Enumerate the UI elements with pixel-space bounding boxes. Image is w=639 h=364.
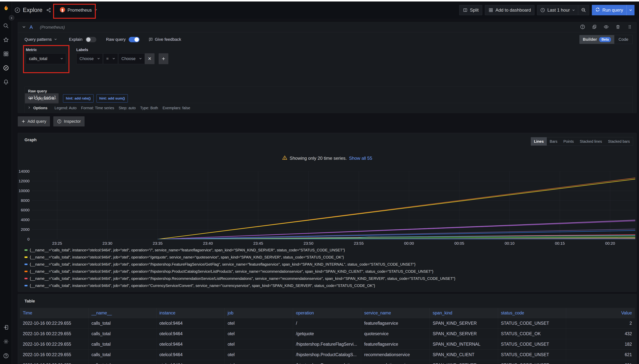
label-operator-select[interactable]: = bbox=[103, 53, 118, 64]
table-cell: STATUS_CODE_UNSET bbox=[498, 350, 566, 360]
column-header-spankind[interactable]: span_kind bbox=[430, 308, 498, 318]
x-axis-label: 23:35 bbox=[149, 241, 166, 246]
sidebar-expand-button[interactable]: › bbox=[8, 14, 15, 21]
table-cell: /getquote bbox=[293, 329, 361, 339]
column-header-name[interactable]: __name__ bbox=[88, 308, 156, 318]
table-cell: / bbox=[293, 318, 361, 328]
editor-mode-switch: Builder Beta Code bbox=[579, 35, 633, 44]
legend-item[interactable]: {__name__="calls_total", instance="otelc… bbox=[24, 261, 632, 268]
time-range-button[interactable]: Last 1 hour bbox=[537, 5, 578, 15]
star-icon[interactable] bbox=[3, 37, 9, 43]
table-panel-title: Table bbox=[24, 299, 35, 304]
graph-mode-bars[interactable]: Bars bbox=[547, 137, 560, 146]
drag-handle-icon[interactable] bbox=[627, 24, 632, 30]
graph-mode-lines[interactable]: Lines bbox=[531, 137, 546, 146]
grafana-logo[interactable] bbox=[2, 4, 10, 13]
table-cell: calls_total bbox=[88, 360, 156, 364]
remove-query-trash-icon[interactable] bbox=[616, 24, 620, 30]
split-columns-icon bbox=[463, 8, 468, 12]
table-row: 2022-10-16 00:22:29.655calls_totalotelco… bbox=[20, 318, 635, 328]
legend-item[interactable]: {__name__="calls_total", instance="otelc… bbox=[24, 268, 632, 275]
builder-tab[interactable]: Builder Beta bbox=[580, 35, 614, 44]
column-header-operation[interactable]: operation bbox=[293, 308, 361, 318]
help-icon[interactable] bbox=[3, 353, 9, 359]
table-row: 2022-10-16 00:22:29.655calls_totalotelco… bbox=[20, 360, 635, 364]
x-icon: ✕ bbox=[148, 56, 152, 61]
explore-compass-icon[interactable] bbox=[3, 65, 9, 71]
legend-swatch bbox=[24, 285, 28, 286]
table-cell: 621 bbox=[566, 350, 635, 360]
bell-icon[interactable] bbox=[3, 79, 9, 85]
prometheus-icon bbox=[60, 7, 65, 13]
legend-item[interactable]: {__name__="calls_total", instance="otelc… bbox=[24, 275, 632, 282]
toggle-visibility-eye-icon[interactable] bbox=[604, 24, 609, 30]
label-key-select[interactable]: Choose bbox=[76, 53, 103, 64]
x-axis: 23:2523:3023:3523:4023:4523:5023:5500:00… bbox=[32, 241, 635, 247]
legend-item[interactable]: {__name__="calls_total", instance="otelc… bbox=[24, 282, 632, 289]
remove-label-filter-button[interactable]: ✕ bbox=[145, 53, 154, 64]
options-summary-item: Exemplars: false bbox=[162, 106, 190, 110]
table-cell: otelcol:9464 bbox=[156, 339, 225, 350]
give-feedback-link[interactable]: Give feedback bbox=[148, 37, 181, 42]
datasource-picker[interactable]: Prometheus bbox=[56, 4, 101, 16]
legend-swatch bbox=[24, 256, 28, 258]
zoom-out-button[interactable] bbox=[578, 5, 589, 15]
run-query-dropdown[interactable] bbox=[626, 5, 634, 15]
add-query-label: Add query bbox=[28, 119, 46, 124]
explain-toggle[interactable] bbox=[86, 37, 96, 42]
raw-query-toggle[interactable] bbox=[129, 37, 140, 42]
legend-label: {__name__="calls_total", instance="otelc… bbox=[30, 262, 416, 266]
legend-item[interactable]: {__name__="calls_total", instance="otelc… bbox=[24, 246, 632, 254]
column-header-job[interactable]: job bbox=[225, 308, 293, 318]
table-header-row: Time__name__instancejoboperationservice_… bbox=[20, 308, 635, 318]
dashboard-grid-icon bbox=[488, 8, 493, 12]
graph-panel: Graph LinesBarsPointsStacked linesStacke… bbox=[18, 133, 636, 292]
label-value-select[interactable]: Choose bbox=[118, 53, 145, 64]
query-help-icon[interactable] bbox=[580, 24, 585, 30]
query-patterns-dropdown[interactable]: Query patterns bbox=[24, 37, 57, 42]
y-axis-label: 8000 bbox=[21, 198, 30, 203]
query-options-row[interactable]: Options Legend: AutoFormat: Time seriesS… bbox=[24, 103, 633, 113]
query-row-header[interactable]: A (Prometheus) bbox=[18, 22, 636, 32]
table-cell: featureflagservice bbox=[361, 339, 430, 350]
legend-item[interactable]: {__name__="calls_total", instance="otelc… bbox=[24, 254, 632, 261]
graph-mode-stacked-lines[interactable]: Stacked lines bbox=[577, 137, 605, 146]
column-header-value[interactable]: Value bbox=[566, 308, 635, 318]
column-header-time[interactable]: Time bbox=[20, 308, 88, 318]
legend-item-clipped[interactable]: {__name__="calls_total", instance="otelc… bbox=[24, 289, 632, 290]
split-button[interactable]: Split bbox=[459, 5, 482, 15]
table-cell: SPAN_KIND_CLIENT bbox=[430, 350, 498, 360]
duplicate-query-icon[interactable] bbox=[592, 24, 597, 30]
table-row: 2022-10-16 00:22:29.655calls_totalotelco… bbox=[20, 350, 635, 360]
share-icon[interactable] bbox=[46, 8, 51, 12]
gear-icon[interactable] bbox=[3, 338, 9, 344]
metric-select[interactable]: calls_total bbox=[26, 53, 66, 64]
split-label: Split bbox=[470, 8, 479, 13]
column-header-statuscode[interactable]: status_code bbox=[498, 308, 566, 318]
column-header-instance[interactable]: instance bbox=[156, 308, 225, 318]
collapse-chevron-icon[interactable] bbox=[22, 25, 26, 30]
graph-mode-stacked-bars[interactable]: Stacked bars bbox=[605, 137, 633, 146]
table-cell: /hipstershop.FeatureFlagServi... bbox=[293, 339, 361, 350]
raw-query-preview: Raw query calls_total bbox=[24, 86, 633, 103]
show-all-series-link[interactable]: Show all 55 bbox=[349, 156, 372, 161]
run-query-button[interactable]: Run query bbox=[592, 5, 634, 15]
column-header-servicename[interactable]: service_name bbox=[361, 308, 430, 318]
warning-text: Showing only 20 time series. bbox=[290, 156, 346, 161]
table-cell: otelcol:9464 bbox=[156, 329, 225, 339]
graph-legend: {__name__="calls_total", instance="otelc… bbox=[24, 246, 632, 290]
add-label-filter-button[interactable] bbox=[159, 53, 168, 64]
inspector-button[interactable]: Inspector bbox=[53, 116, 84, 126]
graph-plot-area[interactable] bbox=[32, 171, 635, 239]
add-query-button[interactable]: Add query bbox=[18, 116, 50, 126]
add-to-dashboard-button[interactable]: Add to dashboard bbox=[485, 5, 534, 15]
apps-icon[interactable] bbox=[3, 51, 9, 57]
table-cell: 2022-10-16 00:22:29.655 bbox=[20, 329, 88, 339]
explain-label: Explain bbox=[69, 37, 82, 42]
graph-canvas[interactable] bbox=[32, 171, 635, 239]
search-icon[interactable] bbox=[3, 23, 9, 29]
graph-mode-points[interactable]: Points bbox=[560, 137, 577, 146]
x-axis-label: 23:55 bbox=[350, 241, 367, 246]
sign-in-icon[interactable] bbox=[3, 324, 9, 330]
code-tab[interactable]: Code bbox=[614, 35, 632, 44]
